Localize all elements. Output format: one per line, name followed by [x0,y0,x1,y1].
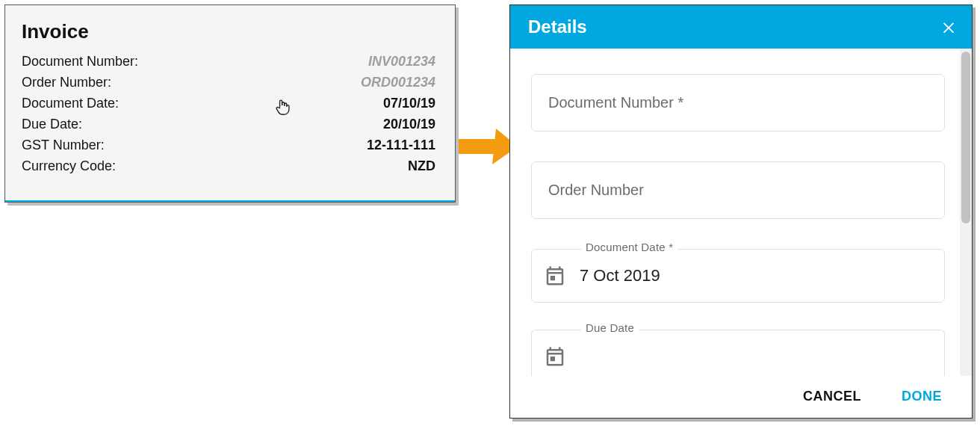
scrollbar-thumb[interactable] [961,52,970,223]
label-due-date: Due Date: [22,114,82,135]
label-order-number: Order Number: [22,72,111,93]
document-number-label: Document Number * [548,94,683,111]
close-button[interactable] [940,19,957,35]
value-currency-code: NZD [408,155,435,176]
dialog-header: Details [510,5,972,49]
dialog-title: Details [528,16,587,37]
scrollbar[interactable] [960,49,972,376]
row-gst-number: GST Number: 12-111-111 [22,135,435,155]
invoice-title: Invoice [22,20,435,43]
row-currency-code: Currency Code: NZD [22,155,435,176]
calendar-icon [544,345,566,368]
dialog-body: Document Number * Order Number Document … [510,49,960,376]
value-due-date: 20/10/19 [383,114,435,135]
document-date-field[interactable]: Document Date * 7 Oct 2019 [531,249,945,303]
row-document-number: Document Number: INV001234 [22,51,435,72]
value-order-number: ORD001234 [361,72,435,93]
row-due-date: Due Date: 20/10/19 [22,114,435,135]
order-number-label: Order Number [548,182,644,198]
dialog-footer: CANCEL DONE [510,376,972,418]
label-gst-number: GST Number: [22,135,105,155]
done-button[interactable]: DONE [899,383,945,410]
document-date-value: 7 Oct 2019 [580,266,660,285]
row-document-date: Document Date: 07/10/19 [22,93,435,114]
label-currency-code: Currency Code: [22,155,116,176]
label-document-number: Document Number: [22,51,138,72]
row-order-number: Order Number: ORD001234 [22,72,435,93]
cancel-button[interactable]: CANCEL [800,383,864,410]
invoice-panel[interactable]: Invoice Document Number: INV001234 Order… [4,4,456,203]
document-date-label: Document Date * [581,241,677,253]
due-date-label: Due Date [581,321,639,334]
document-number-field[interactable]: Document Number * [531,74,945,132]
close-icon [940,19,957,35]
calendar-icon [544,265,566,287]
order-number-field[interactable]: Order Number [531,161,945,219]
label-document-date: Document Date: [22,93,119,114]
invoice-accent-line [5,200,455,202]
value-document-date: 07/10/19 [383,93,435,114]
details-dialog: Details Document Number * Order Number D… [509,4,973,419]
due-date-field[interactable]: Due Date [531,330,945,376]
value-document-number: INV001234 [368,51,435,72]
value-gst-number: 12-111-111 [367,135,435,155]
